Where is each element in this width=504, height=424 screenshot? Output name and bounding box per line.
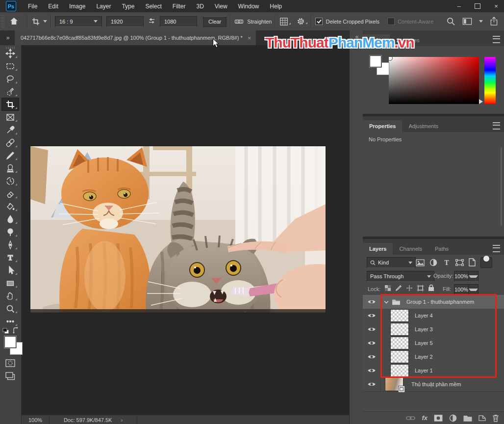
saturation-brightness-field[interactable] [389, 57, 479, 104]
opacity-field[interactable]: 100% [454, 271, 479, 282]
link-layers-icon[interactable] [406, 415, 415, 421]
layer-row-group[interactable]: Group 1 - thuthuatphanmem [363, 295, 504, 309]
tool-move[interactable] [2, 47, 19, 59]
visibility-toggle[interactable] [363, 377, 381, 391]
tab-layers[interactable]: Layers [363, 243, 393, 255]
default-colors-button[interactable] [2, 328, 9, 336]
panel-menu-icon[interactable] [493, 122, 500, 130]
maximize-button[interactable] [474, 2, 481, 10]
chevron-down-icon[interactable] [468, 271, 478, 281]
filter-pixel-layers-icon[interactable] [416, 259, 425, 266]
hue-slider[interactable] [484, 57, 496, 104]
layer-style-button[interactable]: fx [422, 414, 428, 422]
tool-rectangular-marquee[interactable] [2, 60, 19, 72]
blend-mode-select[interactable]: Pass Through [367, 271, 434, 282]
content-aware-checkbox[interactable]: Content-Aware [387, 18, 433, 25]
tab-properties[interactable]: Properties [363, 120, 402, 132]
lock-position-icon[interactable] [406, 285, 413, 292]
layer-thumbnail[interactable] [390, 337, 409, 349]
clear-button[interactable]: Clear [203, 16, 227, 27]
filter-adjustment-layers-icon[interactable] [429, 259, 437, 266]
screen-mode-button[interactable] [5, 372, 15, 382]
tool-lasso[interactable] [2, 73, 19, 85]
expand-panels-button[interactable]: » [0, 30, 15, 45]
straighten-button[interactable]: Straighten [234, 18, 272, 25]
visibility-toggle[interactable] [363, 364, 381, 377]
filter-smart-objects-icon[interactable] [469, 258, 476, 266]
crop-preset-button[interactable] [31, 17, 47, 26]
search-icon[interactable] [446, 17, 455, 26]
share-icon[interactable] [490, 17, 498, 26]
menu-select[interactable]: Select [140, 3, 167, 10]
layer-row[interactable]: Layer 4 [363, 309, 504, 323]
scrollbar-thumb[interactable] [501, 147, 502, 226]
lock-all-icon[interactable] [428, 284, 434, 292]
menu-help[interactable]: Help [264, 3, 287, 10]
visibility-toggle[interactable] [363, 295, 381, 309]
lock-transparency-icon[interactable] [384, 285, 391, 292]
menu-file[interactable]: File [23, 3, 43, 10]
close-button[interactable]: × [492, 2, 500, 10]
hue-slider-arrow-icon[interactable] [479, 99, 483, 104]
tool-eyedropper[interactable] [2, 124, 19, 136]
swap-colors-button[interactable] [12, 327, 19, 335]
lock-artboard-icon[interactable] [417, 285, 424, 292]
add-adjustment-icon[interactable] [449, 414, 457, 422]
tool-brush[interactable] [2, 149, 19, 161]
crop-height-input[interactable]: 1080 [160, 16, 197, 27]
panel-menu-icon[interactable] [493, 36, 500, 43]
workspace-switcher-icon[interactable] [462, 17, 472, 26]
tab-adjustments[interactable]: Adjustments [402, 120, 445, 132]
layer-row[interactable]: Layer 5 [363, 336, 504, 350]
doc-size-status[interactable]: Doc: 597.9K/847.5K › [50, 415, 137, 424]
crop-width-input[interactable]: 1920 [106, 16, 144, 27]
add-mask-icon[interactable] [434, 415, 443, 422]
tool-clone-stamp[interactable] [2, 162, 19, 174]
canvas-image[interactable] [30, 146, 326, 313]
filter-type-layers-icon[interactable]: T [443, 259, 451, 266]
chevron-down-icon[interactable] [479, 20, 483, 23]
tool-crop[interactable] [2, 98, 19, 110]
layer-thumbnail[interactable] [390, 364, 409, 377]
menu-3d[interactable]: 3D [191, 3, 209, 10]
color-foreground-swatch[interactable] [369, 55, 382, 68]
layer-thumbnail[interactable] [390, 323, 409, 336]
visibility-toggle[interactable] [363, 350, 381, 364]
visibility-toggle[interactable] [363, 309, 381, 322]
tool-path-selection[interactable] [2, 264, 19, 276]
tool-rectangle-shape[interactable] [2, 277, 19, 289]
layer-thumbnail[interactable] [390, 309, 409, 322]
group-expand-chevron-icon[interactable] [384, 300, 389, 304]
zoom-level-field[interactable]: 100% [22, 415, 50, 424]
panel-menu-icon[interactable] [493, 245, 500, 252]
menu-edit[interactable]: Edit [43, 3, 64, 10]
filter-shape-layers-icon[interactable] [455, 259, 464, 266]
delete-layer-icon[interactable] [492, 414, 499, 422]
visibility-toggle[interactable] [363, 322, 381, 336]
document-tab[interactable]: 042717b66e8c7e08cadf85a83fd9e8d7.jpg @ 1… [15, 30, 256, 45]
color-picker-ring[interactable] [387, 55, 393, 61]
ratio-select[interactable]: 16 : 9 [55, 16, 102, 27]
tool-quick-selection[interactable] [2, 85, 19, 98]
tool-edit-toolbar[interactable] [2, 315, 19, 327]
tool-pen[interactable] [2, 238, 19, 251]
overlay-options-button[interactable] [279, 17, 291, 26]
swap-dimensions-button[interactable] [148, 17, 156, 26]
options-grip[interactable] [1, 15, 4, 28]
tool-history-brush[interactable] [2, 175, 19, 187]
lock-pixels-icon[interactable] [395, 285, 402, 292]
tool-dodge[interactable] [2, 226, 19, 238]
foreground-color-swatch[interactable] [4, 336, 17, 348]
menu-filter[interactable]: Filter [167, 3, 191, 10]
tool-spot-healing[interactable] [2, 136, 19, 149]
tool-hand[interactable] [2, 290, 19, 302]
chevron-down-icon[interactable] [468, 285, 478, 294]
layer-thumbnail[interactable] [390, 350, 409, 363]
fill-field[interactable]: 100% [454, 284, 479, 295]
new-group-icon[interactable] [463, 415, 472, 422]
tool-zoom[interactable] [2, 302, 19, 315]
layer-row[interactable]: Layer 2 [363, 350, 504, 364]
visibility-toggle[interactable] [363, 336, 381, 350]
menu-window[interactable]: Window [233, 3, 265, 10]
quick-mask-button[interactable] [5, 359, 15, 369]
